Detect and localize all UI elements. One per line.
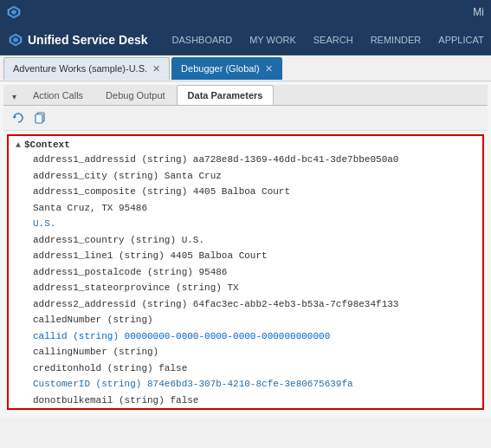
data-row: Santa Cruz, TX 95486 <box>16 200 475 217</box>
refresh-icon <box>12 112 24 124</box>
data-row: address1_city (string) Santa Cruz <box>16 168 475 185</box>
nav-link-reminder[interactable]: REMINDER <box>364 29 429 50</box>
data-row: address1_stateorprovince (string) TX <box>16 280 475 296</box>
data-row: donotbulkemail (string) false <box>16 393 475 409</box>
main-area: ▾ Action Calls Debug Output Data Paramet… <box>0 81 491 417</box>
data-row: callingNumber (string) <box>16 344 475 360</box>
data-rows-container: address1_addressid (string) aa728e8d-136… <box>16 152 475 410</box>
data-row: creditonhold (string) false <box>16 360 475 377</box>
data-row: U.S. <box>16 216 475 232</box>
data-row: address1_postalcode (string) 95486 <box>16 264 475 281</box>
tab-debug-output[interactable]: Debug Output <box>94 85 177 105</box>
data-row: address1_country (string) U.S. <box>16 232 475 249</box>
tab-close-icon[interactable]: ✕ <box>152 63 160 75</box>
tab-label: Adventure Works (sample)-U.S. <box>13 63 147 74</box>
data-row: CustomerID (string) 874e6bd3-307b-4210-8… <box>16 376 475 393</box>
nav-brand-text: Unified Service Desk <box>28 33 148 47</box>
context-collapse-icon: ▲ <box>16 140 21 150</box>
data-row: calledNumber (string) <box>16 312 475 328</box>
nav-link-mywork[interactable]: MY WORK <box>242 29 303 50</box>
data-row: callid (string) 00000000-0000-0000-0000-… <box>16 328 475 345</box>
title-bar: Mi <box>0 0 491 24</box>
nav-link-applicat[interactable]: APPLICAT <box>431 29 490 50</box>
toolbar <box>3 106 488 131</box>
tab-close-icon[interactable]: ✕ <box>265 63 273 75</box>
data-row: address2_addressid (string) 64fac3ec-abb… <box>16 296 475 313</box>
title-bar-right-text: Mi <box>473 6 484 18</box>
copy-icon <box>35 112 47 124</box>
data-row: address1_addressid (string) aa728e8d-136… <box>16 152 475 168</box>
svg-rect-8 <box>36 114 42 123</box>
data-area[interactable]: ▲ $Context address1_addressid (string) a… <box>7 134 484 410</box>
copy-button[interactable] <box>31 108 50 127</box>
nav-link-search[interactable]: SEARCH <box>307 29 360 50</box>
app-logo-icon <box>7 5 21 19</box>
data-row: address1_composite (string) 4405 Balboa … <box>16 184 475 200</box>
data-row: address1_line1 (string) 4405 Balboa Cour… <box>16 248 475 264</box>
tab-bar: Adventure Works (sample)-U.S. ✕ Debugger… <box>0 55 491 81</box>
context-label: $Context <box>24 140 70 150</box>
refresh-button[interactable] <box>9 108 28 127</box>
tab-debugger[interactable]: Debugger (Global) ✕ <box>171 57 282 80</box>
nav-brand-icon <box>9 33 23 47</box>
nav-brand: Unified Service Desk <box>9 33 148 47</box>
context-header: ▲ $Context <box>16 140 475 150</box>
tab-label: Debugger (Global) <box>181 63 260 74</box>
collapse-arrow-icon[interactable]: ▾ <box>7 88 22 105</box>
tab-adventure-works[interactable]: Adventure Works (sample)-U.S. ✕ <box>3 57 170 80</box>
tab-data-parameters[interactable]: Data Parameters <box>177 85 275 105</box>
tab-action-calls[interactable]: Action Calls <box>22 85 94 105</box>
nav-bar: Unified Service Desk DASHBOARD MY WORK S… <box>0 24 491 55</box>
svg-marker-6 <box>14 115 16 119</box>
nav-link-dashboard[interactable]: DASHBOARD <box>165 29 240 50</box>
nav-links: DASHBOARD MY WORK SEARCH REMINDER APPLIC… <box>165 29 491 50</box>
data-row: donotemail (string) false <box>16 408 475 410</box>
inner-tab-bar: ▾ Action Calls Debug Output Data Paramet… <box>3 85 488 106</box>
